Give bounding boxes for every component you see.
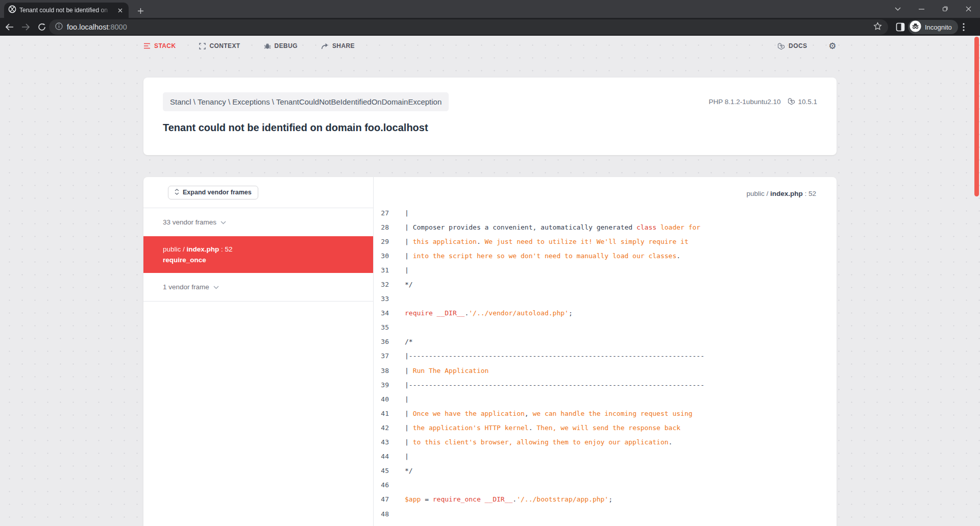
code-text: $app = require_once __DIR__.'/../bootstr… (405, 495, 612, 503)
code-panel: public / index.php : 52 27|28| Composer … (374, 177, 837, 526)
code-line: 33 (374, 292, 837, 306)
code-text: | (405, 395, 409, 403)
window-maximize-icon[interactable] (933, 0, 957, 18)
code-line: 32*/ (374, 277, 837, 291)
forward-button[interactable] (18, 20, 33, 34)
line-number: 43 (374, 438, 389, 446)
tab-debug[interactable]: DEBUG (264, 42, 298, 49)
code-line: 48 (374, 507, 837, 521)
code-text: */ (405, 467, 413, 474)
code-line: 43| to this client's browser, allowing t… (374, 435, 837, 449)
vendor-frames-group-top[interactable]: 33 vendor frames (143, 208, 373, 236)
error-page: STACK CONTEXT DEBUG SHARE (0, 36, 980, 526)
code-text: | to this client's browser, allowing the… (405, 438, 672, 446)
stack-icon (143, 43, 151, 49)
scrollbar-thumb[interactable] (974, 37, 979, 196)
window-close-icon[interactable] (957, 0, 980, 18)
browser-tab[interactable]: Tenant could not be identified on (4, 3, 129, 18)
expand-vendor-frames-label: Expand vendor frames (183, 189, 252, 196)
reload-button[interactable] (35, 20, 49, 34)
code-text: | Run The Application (405, 367, 488, 374)
code-text: | Composer provides a convenient, automa… (405, 223, 700, 231)
docs-label: DOCS (789, 42, 807, 49)
docs-link[interactable]: DOCS (777, 42, 807, 50)
code-file-header: public / index.php : 52 (374, 190, 837, 197)
line-number: 32 (374, 281, 389, 288)
window-controls (886, 0, 980, 18)
chevron-down-icon (220, 218, 226, 226)
line-number: 31 (374, 266, 389, 274)
line-number: 28 (374, 223, 389, 231)
code-line: 42| the application's HTTP kernel. Then,… (374, 420, 837, 435)
expand-vendor-frames-button[interactable]: Expand vendor frames (168, 186, 258, 199)
vendor-frames-top-label: 33 vendor frames (163, 218, 216, 226)
vendor-frames-bottom-label: 1 vendor frame (163, 283, 209, 291)
line-number: 48 (374, 510, 389, 518)
frames-sidebar: Expand vendor frames 33 vendor frames pu… (143, 177, 374, 526)
exception-card: Stancl \ Tenancy \ Exceptions \ TenantCo… (143, 78, 837, 155)
code-text: /* (405, 338, 413, 345)
code-line: 45*/ (374, 464, 837, 478)
tab-context-label: CONTEXT (209, 42, 240, 49)
line-number: 42 (374, 424, 389, 432)
line-number: 39 (374, 381, 389, 389)
site-info-icon[interactable] (55, 22, 63, 32)
expand-icon (175, 189, 179, 196)
new-tab-button[interactable] (134, 4, 147, 17)
line-number: 30 (374, 252, 389, 260)
browser-chrome: Tenant could not be identified on (0, 0, 980, 36)
bug-icon (264, 42, 271, 49)
code-line: 41| Once we have the application, we can… (374, 406, 837, 420)
code-line: 30| into the script here so we don't nee… (374, 248, 837, 263)
tab-stack-label: STACK (154, 42, 176, 49)
code-line: 40| (374, 392, 837, 406)
browser-menu-icon[interactable] (958, 20, 970, 34)
line-number: 34 (374, 309, 389, 317)
line-number: 37 (374, 352, 389, 360)
line-number: 45 (374, 467, 389, 474)
window-chevron-icon[interactable] (886, 0, 910, 18)
line-number: 33 (374, 295, 389, 303)
page-header: STACK CONTEXT DEBUG SHARE (143, 36, 837, 56)
url-port: :8000 (108, 23, 127, 31)
gear-icon: ⚙ (828, 41, 837, 51)
tab-close-icon[interactable] (115, 6, 125, 15)
favicon-globe-icon (8, 5, 16, 15)
context-icon (199, 43, 206, 49)
tab-strip: Tenant could not be identified on (0, 0, 980, 18)
code-line: 37|-------------------------------------… (374, 349, 837, 363)
incognito-badge: Incognito (908, 20, 958, 34)
code-text: | (405, 266, 409, 274)
side-panel-icon[interactable] (893, 20, 908, 34)
laravel-version-icon (788, 97, 795, 107)
php-version: PHP 8.1.2-1ubuntu2.10 (709, 98, 781, 106)
code-line: 36/* (374, 335, 837, 349)
tab-context[interactable]: CONTEXT (199, 42, 240, 49)
share-icon (321, 43, 329, 49)
code-text: |---------------------------------------… (405, 352, 704, 360)
line-number: 38 (374, 367, 389, 374)
back-button[interactable] (2, 20, 16, 34)
tab-stack[interactable]: STACK (143, 42, 176, 49)
url-bar[interactable]: foo.localhost:8000 (49, 19, 888, 35)
bookmark-star-icon[interactable] (873, 22, 882, 33)
code-text: */ (405, 281, 413, 288)
selected-frame[interactable]: public / index.php : 52 require_once (143, 236, 373, 273)
line-number: 47 (374, 495, 389, 503)
settings-button[interactable]: ⚙ (828, 41, 837, 51)
tab-share[interactable]: SHARE (321, 42, 355, 49)
exception-message: Tenant could not be identified on domain… (163, 122, 817, 134)
window-minimize-icon[interactable] (910, 0, 933, 18)
code-text: | into the script here so we don't need … (405, 252, 680, 260)
code-lines: 27|28| Composer provides a convenient, a… (374, 206, 837, 521)
selected-frame-file: public / index.php : 52 (163, 244, 354, 255)
code-line: 31| (374, 263, 837, 277)
selected-frame-method: require_once (163, 255, 354, 265)
code-line: 34require __DIR__.'/../vendor/autoload.p… (374, 306, 837, 320)
line-number: 44 (374, 453, 389, 460)
code-line: 39|-------------------------------------… (374, 378, 837, 392)
line-number: 27 (374, 209, 389, 217)
laravel-version: 10.5.1 (798, 98, 817, 106)
vendor-frames-group-bottom[interactable]: 1 vendor frame (143, 273, 373, 302)
code-line: 46 (374, 478, 837, 492)
